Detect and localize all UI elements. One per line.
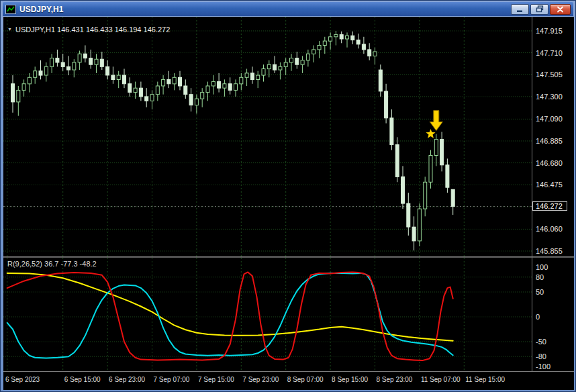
candle [424,177,427,216]
candle [234,79,238,96]
candle [290,54,293,71]
candle [184,79,187,99]
candle [22,79,26,96]
candle [44,62,48,82]
candle [390,109,393,150]
title-bar[interactable]: USDJPY,H1 [3,2,573,16]
main-grid [3,17,532,256]
candle [83,46,87,63]
candle [117,71,120,89]
price-tick-label: 147.505 [536,70,563,79]
oscillator-tick-label: 100 [536,263,548,271]
chart-window-icon [5,4,16,15]
arrow-down-annotation[interactable] [430,111,442,131]
candle [28,73,31,93]
candle [67,56,70,75]
candle [312,46,316,63]
pane-separator[interactable] [3,256,574,258]
chart-client-area: ▼ USDJPY,H1 146.431 146.433 146.194 146.… [3,17,574,390]
candle [250,66,254,84]
time-tick-label: 7 Sep 15:00 [198,376,234,383]
candle [223,79,226,96]
close-button[interactable] [550,4,571,15]
chart-expand-icon[interactable]: ▼ [7,26,12,33]
star-annotation[interactable] [426,129,435,138]
time-tick-label: 7 Sep 23:00 [242,376,279,383]
window-controls [511,4,571,15]
candle [150,90,154,109]
candle [89,50,93,69]
candle [407,193,410,236]
minimize-button[interactable] [511,4,529,15]
candle [195,95,198,114]
time-tick-label: 7 Sep 07:00 [154,376,190,383]
candle [167,71,171,89]
candle [240,73,243,90]
window-frame[interactable]: USDJPY,H1 [0,0,576,392]
time-tick-label: 6 Sep 23:00 [109,376,145,383]
candle [418,203,421,246]
candle [306,50,309,66]
time-tick-label: 8 Sep 07:00 [287,376,324,383]
candle [95,54,98,73]
candle [139,82,142,101]
candle [100,52,103,70]
candle [128,77,132,97]
candle [189,88,193,111]
candle [256,71,260,89]
candle [440,132,444,172]
candle [451,189,454,215]
candle [362,37,365,54]
oscillator-pane[interactable] [3,258,532,371]
candle [323,37,326,54]
candle [273,56,277,73]
current-price-label: 146.272 [532,201,567,211]
time-tick-label: 6 Sep 15:00 [64,376,101,383]
restore-icon [536,5,544,15]
candle [17,86,20,116]
price-tick-label: 147.090 [536,115,563,123]
candle [346,32,349,47]
candle [434,134,438,166]
price-tick-label: 146.475 [536,181,563,189]
candle [334,31,338,46]
indicator-label: R(9,26,52) 36.7 -77.3 -48.2 [7,260,97,268]
candle [301,56,304,73]
candle [351,32,354,44]
candle [56,50,59,66]
candle [262,64,265,81]
chart-ohlc-header: ▼ USDJPY,H1 146.431 146.433 146.194 146.… [7,26,170,34]
candle [162,75,165,95]
candle [134,82,137,99]
time-axis[interactable]: 6 Sep 20236 Sep 15:006 Sep 23:007 Sep 07… [3,372,574,390]
oscillator-tick-label: -50 [536,338,546,346]
candle [206,82,209,101]
candle [78,51,81,70]
candle [179,71,182,91]
candle [373,48,377,65]
candle [211,75,215,95]
candle [356,34,360,48]
chart-ohlc-text: USDJPY,H1 146.431 146.433 146.194 146.27… [15,26,170,34]
time-tick-label: 8 Sep 23:00 [377,376,413,383]
close-icon [557,5,564,15]
candle [173,73,176,90]
candle [61,54,64,71]
candle [429,150,432,189]
candle [218,73,221,93]
time-tick-label: 11 Sep 15:00 [465,376,505,383]
candle [245,69,248,87]
restore-button[interactable] [530,4,548,15]
price-tick-label: 147.710 [536,49,563,57]
oscillator-tick-label: -100 [536,362,550,371]
candle [156,82,159,101]
candle [39,60,42,80]
price-tick-label: 146.060 [536,225,563,233]
price-tick-label: 146.680 [536,159,563,167]
oscillator-scale[interactable]: 10080500-50-80-100 [532,258,574,371]
main-price-chart[interactable] [3,17,532,256]
window-title: USDJPY,H1 [19,5,63,14]
candle [111,66,115,84]
oscillator-tick-label: -80 [536,352,546,360]
red-line [7,272,453,360]
